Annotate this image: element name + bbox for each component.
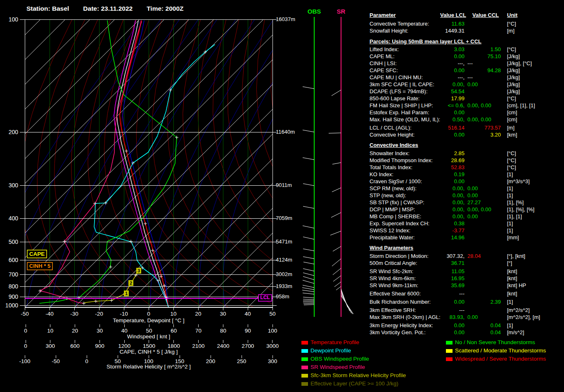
value-lcl-extra: --- bbox=[467, 74, 473, 81]
value-lcl: 0.00 bbox=[454, 53, 464, 60]
table-row: Max 3km SRH (0-2km) | AGL:83.93,0.00[m^2… bbox=[0, 314, 564, 321]
param-label: SCP RM (new, old): bbox=[370, 185, 417, 192]
table-row: FM Hail Size | SHIP | LHP:<= 0.6,0.00, 0… bbox=[0, 102, 564, 109]
param-label: Estofex Exp. Hail Param: bbox=[370, 109, 429, 116]
legend-swatch-icon bbox=[301, 357, 308, 361]
param-label: FM Hail Size | SHIP | LHP: bbox=[370, 102, 433, 109]
legend-swatch-icon bbox=[301, 382, 308, 386]
value-lcl: 52.83 bbox=[451, 164, 464, 171]
value-lcl: 28.69 bbox=[451, 157, 464, 164]
unit-label: [°C] bbox=[507, 150, 516, 157]
legend-label: Temperature Profile bbox=[310, 340, 359, 345]
legend-label: Sfc-3km Storm Relative Helicity Profile bbox=[310, 373, 406, 378]
value-lcl: 2.85 bbox=[454, 150, 464, 157]
legend-label: Widespread / Severe Thunderstorms bbox=[455, 357, 546, 361]
param-label: 500m Critical Angle: bbox=[370, 260, 417, 267]
param-label: LCL / CCL (AGL): bbox=[370, 125, 412, 131]
param-label: CINH | LSI: bbox=[370, 60, 397, 67]
unit-label: [knt] bbox=[507, 290, 517, 297]
value-lcl: 0.00, bbox=[453, 185, 464, 192]
table-row: SWISS 12 Index:-3.77[1] bbox=[0, 227, 564, 234]
legend-label: Effective Layer (CAPE >= 100 J/kg) bbox=[310, 381, 398, 386]
value-lcl-extra: 0.00, 0.00 bbox=[467, 206, 491, 213]
unit-label: [cm] bbox=[507, 116, 517, 123]
table-row: LCL / CCL (AGL):516.14773.57[m] bbox=[0, 125, 564, 132]
unit-label: [J/kg] bbox=[507, 74, 520, 81]
value-ccl: 0.04 bbox=[491, 322, 501, 329]
value-lcl-extra: 0.00 bbox=[467, 213, 478, 220]
legend-swatch-icon bbox=[301, 374, 308, 378]
value-lcl-extra: 0.00, 0.00 bbox=[467, 116, 491, 123]
unit-label: [1] bbox=[507, 185, 513, 192]
col-header-value-lcl: Value LCL bbox=[440, 12, 466, 18]
legend-label: OBS Windspeed Profile bbox=[310, 357, 369, 361]
unit-label: [km] bbox=[507, 132, 517, 138]
param-label: Max. Hail Size (OLD, MU, IL): bbox=[370, 116, 440, 123]
value-lcl: 0.00 bbox=[454, 178, 464, 185]
value-lcl: 0.00, bbox=[453, 192, 464, 199]
parameter-table: Parameter Value LCL Value CCL Unit Conve… bbox=[0, 0, 564, 392]
unit-label: [m^3/s^3] bbox=[507, 178, 530, 185]
table-row: CAPE MU | CINH MU:---,---[J/kg] bbox=[0, 74, 564, 81]
param-label: CAPE MU | CINH MU: bbox=[370, 74, 423, 81]
value-lcl: -3.77 bbox=[452, 227, 464, 234]
param-label: DCAPE (LFS = 794mB): bbox=[370, 88, 428, 95]
table-row: 3km Effective SRH:---[m^2/s^2] bbox=[0, 307, 564, 314]
unit-label: [1] bbox=[507, 220, 513, 227]
unit-label: [J/kg], [°C] bbox=[507, 60, 532, 67]
value-lcl: 0.19 bbox=[454, 171, 464, 178]
table-row: SCP RM (new, old):0.00,0.00[1] bbox=[0, 185, 564, 192]
param-label: 3km SFC CAPE | IL CAPE: bbox=[370, 81, 434, 88]
value-ccl: 1.50 bbox=[491, 46, 501, 53]
value-ccl: 2.39 bbox=[491, 299, 501, 305]
param-label: SB STP (fix) | CWASP: bbox=[370, 199, 424, 206]
unit-label: [knt] bbox=[507, 275, 517, 282]
unit-label: [1], [%], [%] bbox=[507, 206, 534, 213]
value-lcl: 0.00, bbox=[453, 81, 464, 88]
table-row: 850-600 Lapse Rate:17.99[°C] bbox=[0, 95, 564, 102]
param-label: 3km Effective SRH: bbox=[370, 307, 416, 314]
param-label: Modified Thompson Index: bbox=[370, 157, 433, 164]
unit-label: [1] bbox=[507, 322, 513, 329]
value-lcl: 0.00 bbox=[454, 299, 464, 305]
param-label: Bulk Richardson Number: bbox=[370, 299, 431, 305]
value-lcl: 35.69 bbox=[451, 282, 464, 289]
param-label: CAPE SFC: bbox=[370, 67, 398, 74]
value-lcl: 17.99 bbox=[451, 95, 464, 102]
table-row: Bulk Richardson Number:0.002.39[1] bbox=[0, 299, 564, 306]
value-lcl: 0.00, bbox=[453, 199, 464, 206]
param-label: SR Wind Sfc-2km: bbox=[370, 268, 413, 275]
unit-label: [1] bbox=[507, 299, 513, 305]
table-row: 3km Energy Helicity Index:0.000.04[1] bbox=[0, 322, 564, 329]
unit-label: [°] bbox=[507, 260, 512, 267]
param-label: CAPE ML: bbox=[370, 53, 395, 60]
param-label: STP (new, old): bbox=[370, 192, 406, 199]
value-lcl: 83.93, bbox=[450, 314, 464, 321]
table-row: CAPE ML:0.0075.10[J/kg] bbox=[0, 53, 564, 60]
value-ccl: 0.04 bbox=[491, 329, 501, 336]
unit-label: [1] bbox=[507, 227, 513, 234]
value-lcl: --- bbox=[459, 290, 464, 297]
unit-label: [knt] bbox=[507, 268, 517, 275]
param-label: KO Index: bbox=[370, 171, 393, 178]
legend-label: SR Windspeed Profile bbox=[310, 365, 365, 370]
param-label: MB Comp | SHERBE: bbox=[370, 213, 421, 220]
table-row: DCP | MMP | MSP:0.00,0.00, 0.00[1], [%],… bbox=[0, 206, 564, 213]
unit-label: [J/kg] bbox=[507, 81, 520, 88]
value-lcl-extra: 0.00 bbox=[467, 185, 478, 192]
legend-swatch-icon bbox=[446, 357, 453, 361]
unit-label: [1], [%] bbox=[507, 199, 524, 206]
unit-label: [J/kg] bbox=[507, 53, 520, 60]
value-lcl-extra: --- bbox=[467, 60, 473, 67]
param-label: Showalter Index: bbox=[370, 150, 410, 157]
value-lcl: 0.00 bbox=[454, 132, 464, 138]
unit-label: [°C] bbox=[507, 95, 516, 102]
value-lcl: 0.00 bbox=[454, 67, 464, 74]
unit-label: [cm], [1], [1] bbox=[507, 102, 535, 109]
value-lcl: 16.95 bbox=[451, 275, 464, 282]
param-label: Exp. Supercell Index CH: bbox=[370, 220, 429, 227]
table-row: 3km Vorticity Gen. Pot.:0.000.04[m/s^2] bbox=[0, 329, 564, 336]
table-row: Estofex Exp. Hail Param:0.00[cm] bbox=[0, 109, 564, 116]
legend-swatch-icon bbox=[446, 341, 453, 345]
table-row: Exp. Supercell Index CH:0.38[1] bbox=[0, 220, 564, 227]
